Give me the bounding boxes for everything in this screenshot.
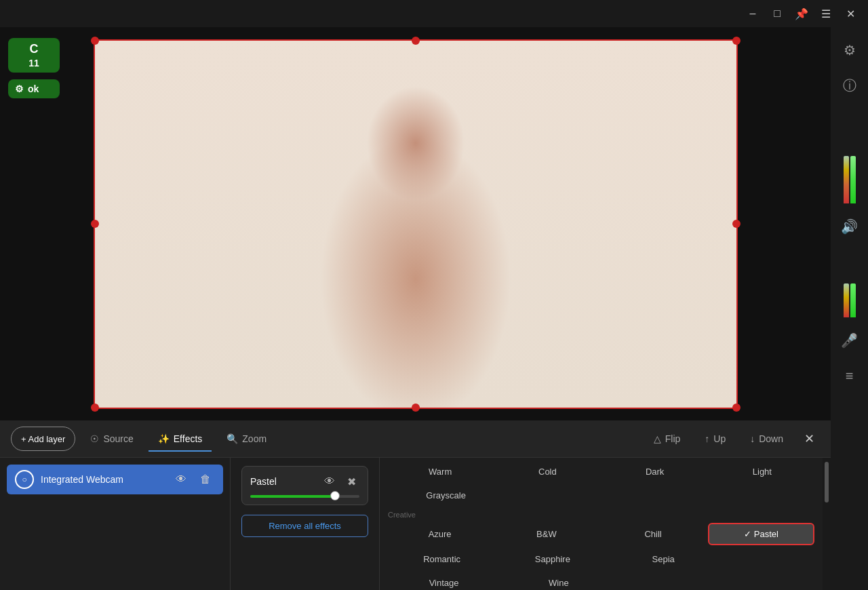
effect-dark[interactable]: Dark xyxy=(603,462,707,481)
down-button[interactable]: ↓ Down xyxy=(741,427,793,451)
up-button[interactable]: ↑ Up xyxy=(695,427,735,451)
remove-all-effects-button[interactable]: Remove all effects xyxy=(241,515,368,537)
layer-actions: 👁 🗑 xyxy=(172,470,215,489)
pastel-label: Pastel xyxy=(754,529,778,539)
effects-list: Warm Cold Dark Light Grayscale Creative … xyxy=(380,458,823,590)
video-feed xyxy=(95,41,736,408)
gear-icon: ⚙ xyxy=(15,83,24,94)
resize-handle-top-right[interactable] xyxy=(732,37,741,45)
effect-visibility-button[interactable]: 👁 xyxy=(321,473,338,490)
badge-letter: C xyxy=(30,42,39,56)
toolbar: + Add layer ☉ Source ✨ Effects 🔍 Zoom △ … xyxy=(0,420,831,458)
panel-close-button[interactable]: ✕ xyxy=(798,428,820,450)
settings-icon[interactable]: ⚙ xyxy=(837,38,862,62)
volume-meter-2 xyxy=(844,250,856,317)
effect-sepia[interactable]: Sepia xyxy=(610,549,717,569)
minimize-button[interactable]: – xyxy=(741,1,765,26)
layers-panel: ○ Integrated Webcam 👁 🗑 xyxy=(0,458,231,590)
layer-visibility-button[interactable]: 👁 xyxy=(172,470,191,489)
video-container xyxy=(94,39,738,409)
effect-intensity-slider[interactable] xyxy=(250,495,359,498)
effect-cold[interactable]: Cold xyxy=(495,462,599,481)
flip-label: Flip xyxy=(665,433,681,444)
resize-handle-bottom-right[interactable] xyxy=(732,404,741,412)
effect-romantic[interactable]: Romantic xyxy=(388,549,496,569)
pin-button[interactable]: 📌 xyxy=(789,1,814,26)
more-menu-icon[interactable]: ≡ xyxy=(837,363,862,388)
effect-remove-button[interactable]: ✖ xyxy=(343,473,359,490)
tab-effects[interactable]: ✨ Effects xyxy=(149,427,212,451)
volume-bar2-green xyxy=(850,283,856,317)
source-tab-label: Source xyxy=(103,433,133,444)
maximize-button[interactable]: □ xyxy=(765,1,789,26)
effects-icon: ✨ xyxy=(158,433,170,444)
effects-row-grayscale: Grayscale xyxy=(388,486,814,505)
right-sidebar: ⚙ ⓘ 🔊 🎤 ≡ xyxy=(831,27,868,590)
resize-handle-bottom-left[interactable] xyxy=(91,404,99,412)
ok-label: ok xyxy=(28,83,39,94)
bottom-panel: + Add layer ☉ Source ✨ Effects 🔍 Zoom △ … xyxy=(0,420,831,590)
tab-zoom[interactable]: 🔍 Zoom xyxy=(217,427,276,451)
volume-bar2-red xyxy=(844,283,849,317)
resize-handle-middle-left[interactable] xyxy=(91,220,99,228)
info-icon[interactable]: ⓘ xyxy=(837,73,862,98)
mic-icon[interactable]: 🎤 xyxy=(837,328,862,353)
volume-bars xyxy=(844,136,856,203)
layer-name: Integrated Webcam xyxy=(41,474,165,485)
effect-sapphire[interactable]: Sapphire xyxy=(498,549,606,569)
menu-button[interactable]: ☰ xyxy=(814,1,838,26)
effect-control-panel: Pastel 👁 ✖ Remove all effects xyxy=(231,458,380,590)
scrollbar-thumb[interactable] xyxy=(825,462,829,503)
zoom-tab-label: Zoom xyxy=(242,433,267,444)
zoom-icon: 🔍 xyxy=(226,433,238,444)
checkmark-icon: ✓ xyxy=(744,529,751,539)
active-effect-name: Pastel xyxy=(250,476,316,487)
bottom-content: ○ Integrated Webcam 👁 🗑 Pastel 👁 ✖ xyxy=(0,458,831,590)
left-sidebar: C 11 ⚙ ok xyxy=(0,27,68,109)
titlebar: – □ 📌 ☰ ✕ xyxy=(0,0,868,27)
slider-thumb xyxy=(330,491,340,500)
effects-row-creative1: Azure B&W Chill ✓ Pastel xyxy=(388,523,814,545)
layer-item[interactable]: ○ Integrated Webcam 👁 🗑 xyxy=(7,465,223,494)
volume-bar-red xyxy=(844,156,849,203)
effect-chill[interactable]: Chill xyxy=(601,524,705,544)
effects-row-creative2: Romantic Sapphire Sepia xyxy=(388,549,814,569)
resize-handle-middle-right[interactable] xyxy=(732,220,741,228)
effects-tab-label: Effects xyxy=(174,433,203,444)
resize-handle-top-center[interactable] xyxy=(412,37,420,45)
effect-light[interactable]: Light xyxy=(710,462,814,481)
close-button[interactable]: ✕ xyxy=(838,1,863,26)
channel-badge[interactable]: C 11 xyxy=(8,38,60,73)
layer-delete-button[interactable]: 🗑 xyxy=(196,470,215,489)
effect-grayscale[interactable]: Grayscale xyxy=(388,486,504,505)
effects-row-vintage: Vintage Wine xyxy=(388,573,814,590)
effect-azure[interactable]: Azure xyxy=(388,524,492,544)
down-label: Down xyxy=(759,433,783,444)
flip-icon: △ xyxy=(654,433,661,444)
effect-wine[interactable]: Wine xyxy=(502,573,614,590)
source-icon: ☉ xyxy=(90,433,99,444)
resize-handle-bottom-center[interactable] xyxy=(412,404,420,412)
flip-button[interactable]: △ Flip xyxy=(644,427,690,451)
effects-scrollbar[interactable] xyxy=(823,458,831,590)
volume-meter xyxy=(844,136,856,203)
down-icon: ↓ xyxy=(750,433,755,444)
effect-vintage[interactable]: Vintage xyxy=(388,573,500,590)
volume-bars-2 xyxy=(844,250,856,317)
effect-pastel[interactable]: ✓ Pastel xyxy=(708,523,814,545)
resize-handle-top-left[interactable] xyxy=(91,37,99,45)
add-layer-button[interactable]: + Add layer xyxy=(11,427,75,451)
ok-badge[interactable]: ⚙ ok xyxy=(8,79,60,98)
layer-source-icon: ○ xyxy=(15,470,34,489)
badge-number: 11 xyxy=(28,58,39,68)
volume-icon[interactable]: 🔊 xyxy=(837,214,862,239)
person-preview xyxy=(95,41,736,408)
volume-bar-green xyxy=(850,156,856,203)
effects-row-basic: Warm Cold Dark Light xyxy=(388,462,814,481)
tab-source[interactable]: ☉ Source xyxy=(81,427,142,451)
up-icon: ↑ xyxy=(705,433,709,444)
main-video-area xyxy=(0,27,831,420)
effect-warm[interactable]: Warm xyxy=(388,462,492,481)
effect-bw[interactable]: B&W xyxy=(494,524,598,544)
active-effect-item: Pastel 👁 ✖ xyxy=(241,466,368,505)
